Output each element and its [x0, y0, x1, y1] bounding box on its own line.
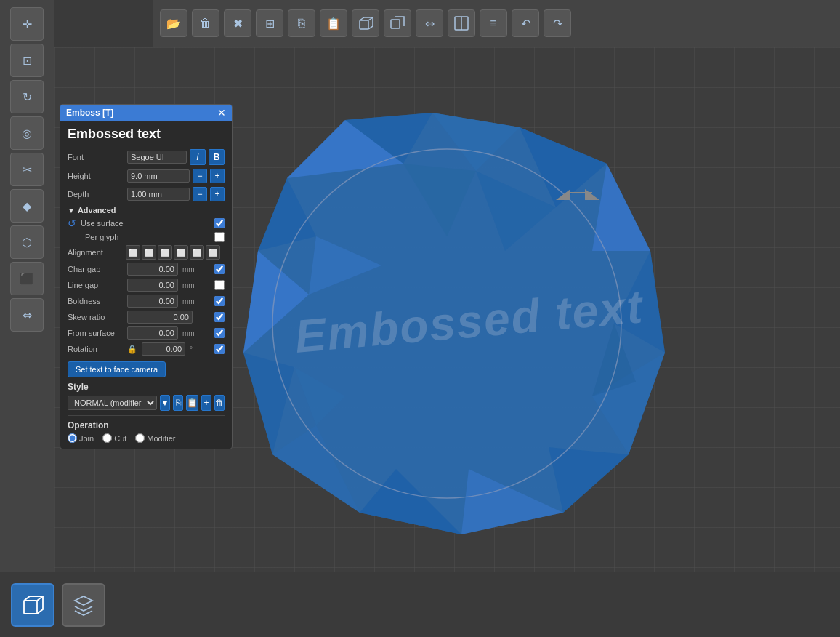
use-surface-icon: ↺ [68, 217, 76, 229]
select-btn[interactable]: ⊡ [10, 44, 44, 77]
skew-ratio-reset-chk[interactable] [214, 312, 225, 322]
cut-btn[interactable]: ✂ [10, 153, 44, 186]
panel-titlebar: Emboss [T] ✕ [60, 105, 232, 121]
align-top-btn[interactable]: ⬜ [174, 245, 188, 260]
skew-ratio-label: Skew ratio [68, 313, 124, 321]
advanced-section-header[interactable]: ▼ Advanced [68, 206, 225, 215]
svg-rect-0 [360, 20, 368, 29]
cube-btn[interactable]: ⬛ [10, 262, 44, 295]
align-bot-btn[interactable]: ⬜ [206, 245, 220, 260]
face-camera-btn[interactable]: Set text to face camera [68, 361, 166, 377]
left-toolbar: ✛ ⊡ ↻ ◎ ✂ ◆ ⬡ ⬛ ⇔ [0, 0, 54, 572]
char-gap-unit: mm [182, 265, 195, 273]
align-right-btn[interactable]: ⬜ [158, 245, 172, 260]
rotation-reset-chk[interactable] [214, 344, 225, 354]
style-dropdown-btn[interactable]: ▼ [160, 395, 170, 411]
rotation-unit: ° [190, 345, 193, 353]
boldness-label: Boldness [68, 297, 124, 305]
font-label: Font [68, 153, 124, 161]
bottom-toolbar [0, 572, 840, 637]
operation-section: Operation [68, 420, 225, 430]
resize-btn[interactable]: ⇔ [10, 298, 44, 332]
cube-view-btn[interactable] [11, 583, 54, 627]
blob-shape [200, 105, 694, 556]
move-btn[interactable]: ✛ [10, 7, 44, 41]
font-input[interactable] [127, 151, 187, 164]
grid-btn[interactable]: ⊞ [256, 9, 283, 37]
operation-row: Join Cut Modifier [68, 433, 225, 443]
style-row: NORMAL (modifier ▼ ⎘ 📋 + 🗑 [68, 395, 225, 411]
panel-body: Embossed text Font I B Height − + Depth … [60, 121, 232, 449]
use-surface-checkbox[interactable] [214, 218, 225, 228]
from-surface-input[interactable] [127, 326, 178, 340]
align-left-btn[interactable]: ⬜ [126, 245, 140, 260]
align-v-btn[interactable] [448, 9, 475, 37]
boldness-reset-chk[interactable] [214, 296, 225, 306]
radio-modifier-input[interactable] [135, 433, 145, 443]
alignment-row: Alignment ⬜ ⬜ ⬜ ⬜ ⬜ ⬜ [68, 245, 225, 260]
rotate-btn[interactable]: ↻ [10, 80, 44, 113]
skew-ratio-row: Skew ratio [68, 311, 225, 324]
char-gap-input[interactable] [127, 263, 178, 276]
rotation-label: Rotation [68, 345, 124, 353]
svg-marker-29 [75, 596, 92, 605]
alignment-label: Alignment [68, 248, 124, 257]
skew-ratio-input[interactable] [127, 311, 193, 324]
emboss-panel: Emboss [T] ✕ Embossed text Font I B Heig… [60, 104, 233, 449]
use-surface-label: Use surface [81, 219, 124, 228]
divider [68, 415, 225, 416]
char-gap-label: Char gap [68, 265, 124, 273]
delete-btn[interactable]: 🗑 [192, 9, 219, 37]
line-gap-label: Line gap [68, 281, 124, 289]
line-gap-unit: mm [182, 281, 195, 289]
depth-plus-btn[interactable]: + [210, 187, 225, 201]
menu-btn[interactable]: ≡ [480, 9, 507, 37]
line-gap-reset-chk[interactable] [214, 280, 225, 290]
style-copy-btn[interactable]: ⎘ [173, 395, 183, 411]
boldness-input[interactable] [127, 295, 178, 308]
style-paste-btn[interactable]: 📋 [186, 395, 198, 411]
radio-join-input[interactable] [68, 433, 77, 443]
line-gap-input[interactable] [127, 279, 178, 292]
radio-cut: Cut [102, 433, 126, 443]
close-btn[interactable]: ✖ [224, 9, 251, 37]
style-add-btn[interactable]: + [201, 395, 211, 411]
radio-cut-input[interactable] [102, 433, 112, 443]
height-input[interactable] [127, 169, 190, 183]
per-glyph-label: Per glyph [85, 233, 118, 241]
paste-btn[interactable]: 📋 [320, 9, 347, 37]
diamond-btn[interactable]: ◆ [10, 189, 44, 223]
transform-btn[interactable] [384, 9, 411, 37]
operation-label: Operation [68, 420, 109, 430]
align-h-btn[interactable]: ⇔ [416, 9, 443, 37]
rotation-input[interactable] [142, 342, 185, 356]
char-gap-reset-chk[interactable] [214, 264, 225, 274]
copy-btn[interactable]: ⎘ [288, 9, 315, 37]
radio-modifier-label: Modifier [147, 434, 175, 443]
depth-row: Depth − + [68, 187, 225, 201]
align-center-btn[interactable]: ⬜ [142, 245, 156, 260]
style-select[interactable]: NORMAL (modifier [68, 396, 157, 410]
radio-modifier: Modifier [135, 433, 175, 443]
add-cube-btn[interactable] [352, 9, 379, 37]
style-delete-btn[interactable]: 🗑 [214, 395, 225, 411]
per-glyph-checkbox[interactable] [214, 232, 225, 242]
undo-btn[interactable]: ↶ [512, 9, 539, 37]
advanced-arrow: ▼ [68, 207, 75, 215]
layers-btn[interactable] [62, 583, 105, 627]
bold-btn[interactable]: B [209, 149, 225, 165]
from-surface-label: From surface [68, 329, 124, 337]
globe-btn[interactable]: ◎ [10, 116, 44, 150]
open-folder-btn[interactable]: 📂 [160, 9, 187, 37]
depth-input[interactable] [127, 188, 190, 201]
height-plus-btn[interactable]: + [210, 169, 225, 183]
height-minus-btn[interactable]: − [193, 169, 207, 183]
italic-btn[interactable]: I [190, 149, 206, 165]
panel-close-btn[interactable]: ✕ [217, 108, 226, 118]
align-mid-btn[interactable]: ⬜ [190, 245, 204, 260]
redo-btn[interactable]: ↷ [544, 9, 571, 37]
depth-minus-btn[interactable]: − [193, 187, 207, 201]
from-surface-reset-chk[interactable] [214, 328, 225, 338]
layer-btn[interactable]: ⬡ [10, 225, 44, 259]
radio-join-label: Join [79, 434, 94, 443]
